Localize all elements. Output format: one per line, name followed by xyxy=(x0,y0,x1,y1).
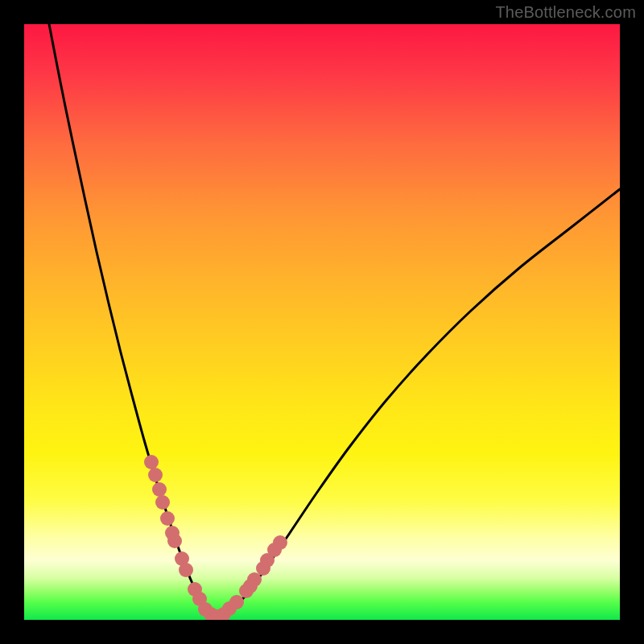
marker-dot xyxy=(160,511,175,526)
curve-markers xyxy=(144,455,287,620)
marker-dot xyxy=(152,482,167,497)
chart-frame: TheBottleneck.com xyxy=(0,0,644,644)
chart-svg xyxy=(24,24,620,620)
marker-dot xyxy=(144,455,159,469)
marker-dot xyxy=(229,595,244,609)
marker-dot xyxy=(148,468,163,482)
marker-dot xyxy=(167,534,182,548)
watermark-text: TheBottleneck.com xyxy=(495,3,636,22)
bottleneck-curve xyxy=(49,24,620,618)
plot-area xyxy=(24,24,620,620)
curve-left xyxy=(49,24,217,618)
marker-dot xyxy=(247,572,262,587)
marker-dot xyxy=(179,563,193,577)
marker-dot xyxy=(273,535,287,550)
marker-dot xyxy=(155,495,170,510)
